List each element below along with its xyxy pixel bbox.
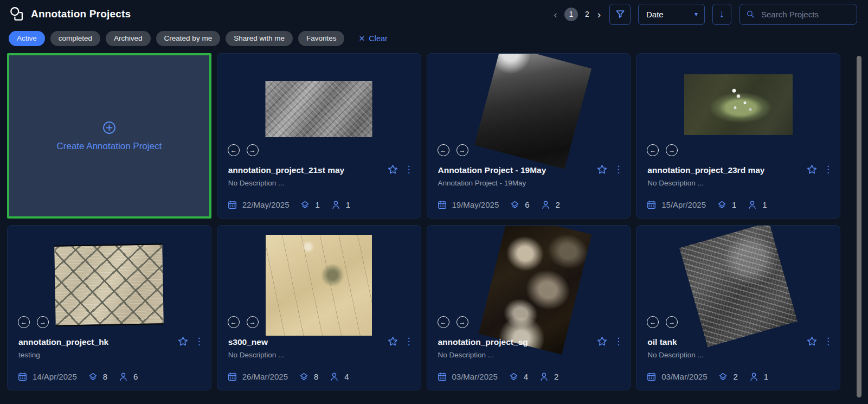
arrow-left-icon: ←: [230, 147, 237, 153]
project-meta: 22/May/2025 1 1: [227, 200, 350, 210]
chip-active[interactable]: Active: [9, 31, 45, 46]
pagination-next-icon[interactable]: ›: [596, 9, 602, 20]
project-title: annotation_project_23rd may: [647, 165, 764, 175]
project-card[interactable]: ← → ⋮ annotation_project_hk testing 14/A…: [7, 225, 211, 390]
arrow-right-icon: →: [40, 319, 46, 325]
next-image-button[interactable]: →: [456, 316, 468, 328]
next-image-button[interactable]: →: [247, 316, 259, 328]
prev-image-button[interactable]: ←: [647, 144, 659, 156]
favorite-star-icon[interactable]: [387, 164, 398, 175]
next-image-button[interactable]: →: [666, 144, 678, 156]
create-annotation-project-card[interactable]: Create Annotation Project: [7, 53, 211, 219]
favorite-star-icon[interactable]: [596, 336, 608, 347]
thumbnail-nav: ← →: [438, 144, 468, 156]
search-box[interactable]: [739, 4, 857, 25]
more-options-icon[interactable]: ⋮: [614, 165, 623, 174]
vertical-scrollbar[interactable]: [857, 56, 861, 397]
layers-count: 4: [524, 372, 528, 381]
chip-created-by-me[interactable]: Created by me: [156, 31, 221, 46]
search-input[interactable]: [760, 9, 851, 20]
calendar-icon: [437, 371, 447, 382]
next-image-button[interactable]: →: [666, 316, 678, 328]
filter-button[interactable]: [609, 4, 631, 25]
layers-icon: [300, 200, 310, 210]
pagination-prev-icon[interactable]: ‹: [553, 9, 558, 20]
more-options-icon[interactable]: ⋮: [824, 337, 833, 346]
clear-filters-button[interactable]: ✕ Clear: [355, 34, 390, 43]
project-description: No Description ...: [647, 179, 704, 187]
prev-image-button[interactable]: ←: [438, 144, 449, 156]
next-image-button[interactable]: →: [37, 316, 49, 328]
project-date: 03/Mar/2025: [452, 372, 498, 381]
pagination-page-2[interactable]: 2: [584, 10, 590, 18]
users-count: 1: [346, 200, 350, 209]
project-card[interactable]: ← → ⋮ annotation_project_23rd may No Des…: [636, 53, 840, 219]
project-date: 22/May/2025: [242, 200, 290, 209]
thumbnail-nav: ← →: [647, 316, 678, 328]
more-options-icon[interactable]: ⋮: [195, 337, 204, 346]
project-title: Annotation Project - 19May: [438, 165, 546, 175]
project-meta: 14/Apr/2025 8 6: [17, 371, 138, 382]
arrow-left-icon: ←: [650, 147, 656, 153]
layers-count: 8: [103, 372, 107, 381]
more-options-icon[interactable]: ⋮: [404, 337, 414, 346]
chip-shared-with-me[interactable]: Shared with me: [226, 31, 293, 46]
annotation-projects-logo-icon: [9, 6, 25, 22]
more-options-icon[interactable]: ⋮: [614, 337, 623, 346]
prev-image-button[interactable]: ←: [228, 144, 240, 156]
more-options-icon[interactable]: ⋮: [404, 165, 414, 174]
chip-favorites[interactable]: Favorites: [298, 31, 345, 46]
prev-image-button[interactable]: ←: [438, 316, 449, 328]
next-image-button[interactable]: →: [456, 144, 468, 156]
arrow-left-icon: ←: [230, 319, 237, 325]
layers-icon: [510, 200, 520, 210]
sort-direction-button[interactable]: ↓: [712, 4, 731, 25]
project-card[interactable]: ← → ⋮ annotation_project_sg No Descripti…: [427, 225, 631, 390]
layers-icon: [718, 371, 728, 382]
project-meta: 03/Mar/2025 2 1: [646, 371, 768, 382]
layers-icon: [88, 371, 98, 382]
prev-image-button[interactable]: ←: [647, 316, 659, 328]
favorite-star-icon[interactable]: [387, 336, 398, 347]
favorite-star-icon[interactable]: [806, 336, 818, 347]
create-card-label: Create Annotation Project: [57, 141, 162, 152]
favorite-star-icon[interactable]: [177, 336, 189, 347]
users-icon: [541, 200, 551, 210]
project-description: No Description ...: [438, 351, 494, 359]
calendar-icon: [646, 200, 657, 210]
users-icon: [331, 200, 341, 210]
project-date: 26/Mar/2025: [242, 372, 288, 381]
users-count: 4: [344, 372, 349, 381]
more-options-icon[interactable]: ⋮: [824, 165, 833, 174]
favorite-star-icon[interactable]: [596, 164, 608, 175]
project-title: oil tank: [647, 337, 677, 347]
project-card[interactable]: ← → ⋮ oil tank No Description ... 03/Mar…: [636, 225, 840, 390]
layers-icon: [509, 371, 519, 382]
project-description: No Description ...: [647, 351, 704, 359]
pagination-page-1-current[interactable]: 1: [564, 8, 578, 21]
users-icon: [329, 371, 339, 382]
prev-image-button[interactable]: ←: [18, 316, 30, 328]
project-thumbnail: [679, 225, 798, 347]
favorite-star-icon[interactable]: [806, 164, 818, 175]
project-title: s300_new: [228, 337, 268, 347]
users-count: 6: [133, 372, 138, 381]
chip-completed[interactable]: completed: [50, 31, 100, 46]
next-image-button[interactable]: →: [247, 144, 259, 156]
arrow-left-icon: ←: [440, 319, 447, 325]
project-description: Annotation Project - 19May: [438, 179, 526, 187]
card-actions: ⋮: [806, 336, 833, 347]
prev-image-button[interactable]: ←: [228, 316, 240, 328]
project-card[interactable]: ← → ⋮ annotation_project_21st may No Des…: [217, 53, 421, 219]
users-count: 1: [764, 372, 768, 381]
card-actions: ⋮: [596, 164, 623, 175]
project-card[interactable]: ← → ⋮ s300_new No Description ... 26/Mar…: [217, 225, 421, 390]
pagination: ‹ 1 2 ›: [553, 8, 602, 21]
projects-grid: Create Annotation Project ← → ⋮ annotati…: [7, 53, 840, 390]
chip-archived[interactable]: Archived: [106, 31, 151, 46]
project-card[interactable]: ← → ⋮ Annotation Project - 19May Annotat…: [427, 53, 631, 219]
sort-by-dropdown[interactable]: Date ▾: [638, 4, 705, 25]
thumbnail-nav: ← →: [228, 144, 259, 156]
card-actions: ⋮: [596, 336, 623, 347]
users-count: 2: [556, 200, 560, 209]
